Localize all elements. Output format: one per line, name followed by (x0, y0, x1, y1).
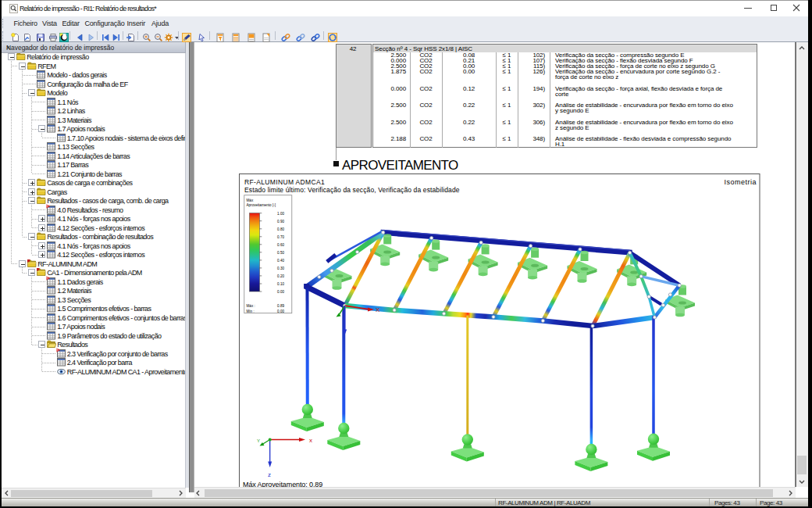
svg-text:0.00: 0.00 (277, 290, 284, 294)
svg-text:z: z (268, 471, 271, 478)
svg-text:0.80: 0.80 (277, 227, 284, 231)
svg-text:0.60: 0.60 (277, 243, 284, 247)
svg-text:0.90: 0.90 (277, 220, 284, 224)
svg-text:Máx: Máx (247, 199, 254, 202)
svg-text:Aproveitamento [-]: Aproveitamento [-] (247, 203, 276, 207)
svg-text:Mín :: Mín : (247, 309, 255, 313)
svg-text:x: x (309, 437, 312, 444)
svg-text:Máx :: Máx : (247, 304, 255, 308)
svg-text:0.00: 0.00 (277, 309, 284, 313)
svg-text:0.70: 0.70 (277, 235, 284, 239)
svg-text:0.20: 0.20 (277, 274, 284, 278)
svg-text:X: X (376, 306, 380, 313)
svg-text:RF-ALUMINUM ADMCA1: RF-ALUMINUM ADMCA1 (244, 178, 325, 186)
svg-text:Y: Y (257, 438, 260, 443)
svg-text:0.40: 0.40 (277, 259, 284, 263)
svg-text:0.50: 0.50 (277, 251, 284, 255)
svg-text:0.10: 0.10 (277, 282, 284, 286)
svg-text:0.89: 0.89 (277, 304, 284, 308)
svg-text:0.30: 0.30 (277, 267, 284, 270)
svg-text:Estado limite último: Verifica: Estado limite último: Verificação da sec… (244, 186, 460, 194)
svg-text:Isometria: Isometria (724, 178, 757, 186)
svg-text:1.00: 1.00 (277, 212, 284, 216)
